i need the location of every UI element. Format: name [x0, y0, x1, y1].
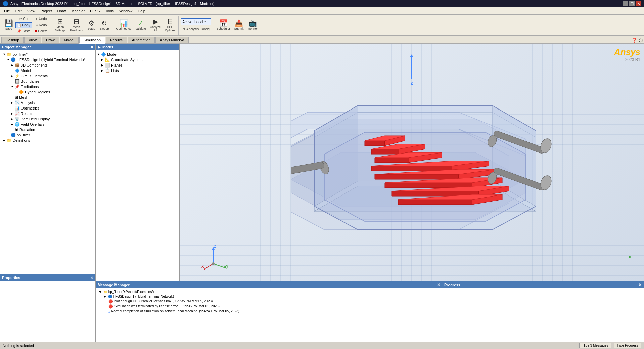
boundaries-icon: 🔲 — [15, 79, 20, 84]
setup-button[interactable]: ⚙ Setup — [85, 19, 97, 31]
tree-item-hfssdesign1[interactable]: ▼ 🔵 HFSSDesign1 (Hybrid Terminal Network… — [0, 57, 95, 62]
msg-close-btn[interactable]: ✕ — [437, 283, 440, 287]
tab-model[interactable]: Model — [60, 37, 79, 43]
mesh-settings-button[interactable]: ⊞ MeshSettings — [53, 17, 67, 33]
close-button[interactable]: ✕ — [636, 1, 641, 6]
tree-item-bp-filter-child[interactable]: 🔵 bp_filter — [0, 132, 95, 138]
tree-item-hybrid[interactable]: 🔶 Hybrid Regions — [0, 89, 95, 95]
svg-marker-17 — [375, 158, 408, 163]
menu-view[interactable]: View — [25, 8, 38, 14]
svg-marker-20 — [371, 166, 452, 171]
hide-progress-button[interactable]: Hide Progress — [614, 343, 641, 348]
analysis-config-button[interactable]: ⚙ Analysis Config — [181, 26, 211, 32]
menu-modeler[interactable]: Modeler — [68, 8, 87, 14]
save-button[interactable]: 💾 Save — [3, 19, 15, 31]
prop-close-btn[interactable]: ✕ — [90, 276, 93, 280]
scheduler-button[interactable]: 📅 Scheduler — [215, 19, 232, 31]
expand-portfield[interactable]: ▶ — [11, 117, 15, 121]
msg-item-bp-filter[interactable]: ▼ 📁 bp_filter (D:/Ansoft/Examples/) — [98, 290, 440, 294]
tree-item-mesh[interactable]: ⊞ Mesh — [0, 95, 95, 100]
mesh-feedback-button[interactable]: ⊟ MeshFeedback — [68, 17, 85, 33]
expand-fieldoverlays[interactable]: ▶ — [11, 123, 15, 126]
tab-desktop[interactable]: Desktop — [1, 37, 24, 43]
tree-item-definitions[interactable]: ▶ 📁 Definitions — [0, 138, 95, 143]
title-bar-controls[interactable]: ─ ❐ ✕ — [623, 1, 641, 6]
tab-draw[interactable]: Draw — [42, 37, 59, 43]
model-tree-item-model[interactable]: ▼ 🔷 Model — [96, 52, 179, 57]
progress-close-btn[interactable]: ✕ — [639, 283, 642, 287]
menu-edit[interactable]: Edit — [13, 8, 25, 14]
progress-minimize-btn[interactable]: ─ — [634, 283, 637, 287]
tab-ansys-minerva[interactable]: Ansys Minerva — [155, 37, 188, 43]
expand-analysis[interactable]: ▶ — [11, 101, 15, 104]
tree-item-circuit[interactable]: ▶ ⚡ Circuit Elements — [0, 73, 95, 79]
tab-results[interactable]: Results — [106, 37, 127, 43]
expand-hfssdesign1[interactable]: ▼ — [7, 58, 11, 61]
expand-results[interactable]: ▶ — [11, 112, 15, 115]
model-tree-item-coordsys[interactable]: ▶ 📐 Coordinate Systems — [96, 57, 179, 62]
prop-minimize-btn[interactable]: ─ — [86, 276, 89, 280]
minimize-button[interactable]: ─ — [623, 1, 628, 6]
redo-button[interactable]: ↪ Redo — [33, 22, 49, 28]
restore-button[interactable]: ❐ — [629, 1, 635, 6]
expand-circuit[interactable]: ▶ — [11, 74, 15, 78]
menu-draw[interactable]: Draw — [55, 8, 69, 14]
pm-close-btn[interactable]: ✕ — [90, 45, 93, 49]
tab-automation[interactable]: Automation — [128, 37, 155, 43]
menu-project[interactable]: Project — [38, 8, 54, 14]
tab-view[interactable]: View — [24, 37, 41, 43]
tree-item-results[interactable]: ▶ 📈 Results — [0, 111, 95, 116]
tree-item-model[interactable]: 🔷 Model — [0, 68, 95, 73]
menu-tools[interactable]: Tools — [102, 8, 117, 14]
expand-definitions[interactable]: ▶ — [3, 139, 7, 142]
submit-button[interactable]: 📤 Submit — [232, 19, 245, 31]
expand-bp-filter[interactable]: ▼ — [3, 53, 7, 56]
expand-coordsys[interactable]: ▶ — [101, 58, 105, 61]
model-tree-item-lists[interactable]: ▶ 📋 Lists — [96, 68, 179, 73]
delete-button[interactable]: ✖ Delete — [33, 28, 49, 34]
cut-button[interactable]: ✂ Cut — [15, 16, 32, 22]
tree-item-fieldoverlays[interactable]: ▶ 🌐 Field Overlays — [0, 122, 95, 127]
sweep-button[interactable]: ↻ Sweep — [98, 19, 111, 31]
undo-button[interactable]: ↩ Undo — [33, 16, 49, 22]
expand-lists[interactable]: ▶ — [101, 69, 105, 72]
copy-button[interactable]: 📋 Copy — [15, 22, 32, 28]
undo-icon: ↩ — [36, 17, 38, 21]
paste-button[interactable]: 📌 Paste — [15, 28, 32, 34]
model-tree-item-planes[interactable]: ▶ ⬜ Planes — [96, 62, 179, 68]
optimetrics-button[interactable]: 📊 Optimetrics — [114, 19, 133, 31]
tree-item-excitations[interactable]: ▼ 📌 Excitations — [0, 84, 95, 89]
tree-item-3dcomponents[interactable]: ▶ 📦 3D Components — [0, 62, 95, 68]
tree-item-analysis[interactable]: ▶ 📉 Analysis — [0, 100, 95, 105]
msg-minimize-btn[interactable]: ─ — [432, 283, 435, 287]
expand-3dcomp[interactable]: ▶ — [11, 63, 15, 67]
hide-messages-button[interactable]: Hide 3 Messages — [579, 343, 611, 348]
tab-simulation[interactable]: Simulation — [79, 37, 105, 44]
menu-help[interactable]: Help — [135, 8, 148, 14]
3d-viewport[interactable]: Ansys 2023 R1 — [180, 44, 644, 281]
validate-button[interactable]: ✓ Validate — [134, 19, 148, 31]
tree-item-radiation[interactable]: ☢ Radiation — [0, 127, 95, 132]
msg-item-hfss[interactable]: ▼ 🔵 HFSSDesign1 (Hybrid Terminal Network… — [98, 294, 440, 299]
app-icon: 🔵 — [3, 1, 8, 6]
expand-planes[interactable]: ▶ — [101, 63, 105, 67]
expand-model-root[interactable]: ▼ — [97, 53, 101, 56]
tree-item-boundaries[interactable]: 🔲 Boundaries — [0, 79, 95, 84]
menu-window[interactable]: Window — [117, 8, 135, 14]
monitor-button[interactable]: 📺 Monitor — [246, 19, 259, 31]
help-icon[interactable]: ❓ — [632, 38, 637, 43]
menu-hfss[interactable]: HFSS — [87, 8, 102, 14]
expand-excitations[interactable]: ▼ — [11, 85, 15, 88]
resize-icon[interactable]: ⬡ — [639, 38, 643, 43]
pm-minimize-btn[interactable]: ─ — [86, 45, 89, 49]
menu-file[interactable]: File — [1, 8, 13, 14]
analyze-all-button[interactable]: ▶ AnalyzeAll — [148, 17, 163, 33]
hybrid-icon: 🔶 — [19, 90, 24, 94]
tree-item-portfield[interactable]: ▶ 📡 Port Field Display — [0, 116, 95, 122]
model-tree-collapse[interactable]: ▶ — [98, 45, 100, 49]
hpc-options-button[interactable]: 🖥 HPCOptions — [163, 17, 177, 33]
tree-item-bp-filter[interactable]: ▼ 📁 bp_filter* — [0, 52, 95, 57]
active-local-dropdown[interactable]: Active: Local ▼ — [181, 18, 211, 25]
svg-marker-45 — [410, 54, 413, 57]
tree-item-optimetrics[interactable]: 📊 Optimetrics — [0, 105, 95, 111]
